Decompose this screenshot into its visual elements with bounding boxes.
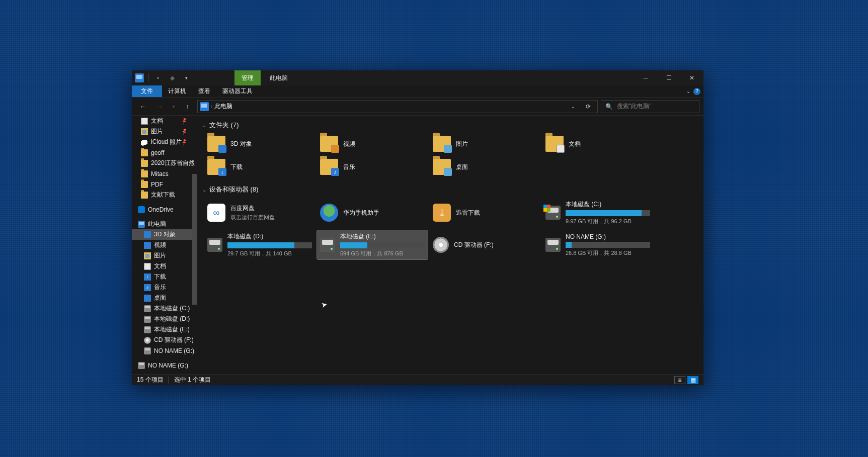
ribbon-expand-icon[interactable]: ⌄ [686, 88, 690, 94]
folder-icon [433, 159, 451, 175]
app-icon [135, 73, 144, 82]
drive-icon [207, 238, 222, 252]
view-details-button[interactable]: ≡ [674, 376, 685, 384]
sidebar-pc-item[interactable]: 3D 对象 [132, 229, 197, 240]
sidebar-quick-item[interactable]: 图片 [132, 126, 197, 137]
address-bar[interactable]: › 此电脑 ⌄ ⟳ [197, 100, 598, 113]
ribbon-tabs: 文件 计算机 查看 驱动器工具 ⌄ ? [132, 85, 703, 98]
sidebar-removable[interactable]: NO NAME (G:) [132, 360, 197, 371]
folder-icon [141, 149, 148, 156]
minimize-button[interactable]: ─ [634, 70, 657, 85]
recent-dropdown[interactable]: ▾ [170, 100, 177, 114]
folder-icon [141, 170, 148, 177]
context-tab-manage[interactable]: 管理 [234, 70, 261, 85]
sidebar-quick-item[interactable]: 2020江苏省自然 [132, 158, 197, 168]
storage-bar [566, 210, 650, 216]
help-icon[interactable]: ? [693, 88, 700, 95]
chevron-right-icon[interactable]: › [211, 104, 212, 109]
address-location[interactable]: 此电脑 [214, 102, 232, 111]
sidebar-pc-item[interactable]: 下载 [132, 271, 197, 282]
folder-item[interactable]: 桌面 [430, 157, 540, 177]
group-folders[interactable]: ⌄ 文件夹 (7) [200, 119, 703, 132]
doc-icon [144, 263, 151, 270]
sidebar-pc-item[interactable]: 图片 [132, 250, 197, 261]
back-button[interactable]: ← [136, 100, 150, 114]
sidebar-quick-item[interactable]: 文献下载 [132, 190, 197, 200]
storage-bar [340, 242, 425, 248]
qat-customize[interactable]: ▾ [181, 72, 192, 83]
pc-icon [138, 221, 145, 228]
sidebar-this-pc[interactable]: 此电脑 [132, 219, 197, 229]
drive-icon [144, 326, 151, 333]
desk-icon [144, 295, 151, 302]
sidebar-pc-item[interactable]: 本地磁盘 (E:) [132, 324, 197, 335]
3d-icon [144, 231, 151, 238]
sidebar-onedrive[interactable]: OneDrive [132, 204, 197, 215]
doc-badge-icon [557, 145, 565, 153]
folder-item[interactable]: 3D 对象 [204, 134, 315, 154]
sidebar-quick-item[interactable]: iCloud 照片 [132, 137, 197, 147]
vid-badge-icon [331, 145, 339, 153]
navigation-pane[interactable]: 文档图片iCloud 照片geoff2020江苏省自然MitacsPDF文献下载… [132, 116, 197, 374]
sidebar-pc-item[interactable]: 视频 [132, 240, 197, 250]
drive-icon [144, 347, 151, 354]
drive-item[interactable]: 本地磁盘 (E:)594 GB 可用，共 876 GB [317, 230, 428, 259]
status-item-count: 15 个项目 [137, 376, 164, 384]
sidebar-pc-item[interactable]: 桌面 [132, 293, 197, 303]
drive-item[interactable]: 本地磁盘 (D:)29.7 GB 可用，共 140 GB [204, 230, 315, 259]
drive-item[interactable]: NO NAME (G:)26.8 GB 可用，共 28.8 GB [542, 230, 653, 259]
folder-icon [207, 159, 225, 175]
app-item[interactable]: ∞ 百度网盘双击运行百度网盘 [204, 198, 315, 227]
tab-computer[interactable]: 计算机 [162, 85, 192, 97]
sidebar-pc-item[interactable]: 音乐 [132, 282, 197, 293]
folder-item[interactable]: 音乐 [317, 157, 428, 177]
pic-badge-icon [444, 145, 452, 153]
sidebar-pc-item[interactable]: NO NAME (G:) [132, 345, 197, 356]
sidebar-pc-item[interactable]: 本地磁盘 (D:) [132, 314, 197, 324]
refresh-button[interactable]: ⟳ [581, 100, 595, 114]
folder-icon [433, 136, 451, 152]
sidebar-scrollbar[interactable] [192, 174, 197, 305]
window-title: 此电脑 [261, 70, 297, 85]
sidebar-pc-item[interactable]: 文档 [132, 261, 197, 271]
folder-item[interactable]: 图片 [430, 134, 540, 154]
app-item[interactable]: 华为手机助手 [317, 198, 428, 227]
sidebar-quick-item[interactable]: Mitacs [132, 168, 197, 179]
app-item[interactable]: ⤓ 迅雷下载 [430, 198, 540, 227]
address-history-dropdown[interactable]: ⌄ [566, 100, 580, 114]
forward-button[interactable]: → [153, 100, 167, 114]
windows-logo-icon [543, 205, 550, 212]
sidebar-quick-item[interactable]: geoff [132, 147, 197, 158]
sidebar-pc-item[interactable]: CD 驱动器 (F:) [132, 335, 197, 345]
sidebar-quick-item[interactable]: PDF [132, 179, 197, 190]
tab-view[interactable]: 查看 [192, 85, 216, 97]
folder-icon [320, 136, 338, 152]
tab-file[interactable]: 文件 [132, 85, 162, 97]
sidebar-quick-item[interactable]: 文档 [132, 116, 197, 126]
folder-item[interactable]: 视频 [317, 134, 428, 154]
tab-drive-tools[interactable]: 驱动器工具 [216, 85, 259, 97]
folder-item[interactable]: 文档 [542, 134, 653, 154]
folder-icon [141, 160, 148, 167]
cd-drive-item[interactable]: CD 驱动器 (F:) [430, 230, 540, 259]
qat-properties[interactable]: ▫ [152, 72, 164, 83]
navigation-bar: ← → ▾ ↑ › 此电脑 ⌄ ⟳ 🔍 搜索"此电脑" [132, 98, 703, 116]
titlebar: ▫ ◆ ▾ 管理 此电脑 ─ ☐ ✕ [132, 70, 703, 85]
status-selection: 选中 1 个项目 [174, 376, 211, 384]
address-icon [200, 102, 209, 111]
app-icon: ⤓ [433, 204, 451, 222]
folder-item[interactable]: 下载 [204, 157, 315, 177]
close-button[interactable]: ✕ [680, 70, 703, 85]
maximize-button[interactable]: ☐ [657, 70, 680, 85]
up-button[interactable]: ↑ [180, 100, 194, 114]
items-view[interactable]: ⌄ 文件夹 (7) 3D 对象视频图片文档下载音乐桌面 ⌄ 设备和驱动器 (8)… [197, 116, 703, 374]
drive-item[interactable]: 本地磁盘 (C:)9.97 GB 可用，共 96.2 GB [542, 198, 653, 227]
doc-icon [141, 118, 148, 125]
qat-newfolder[interactable]: ◆ [167, 72, 178, 83]
explorer-window: ▫ ◆ ▾ 管理 此电脑 ─ ☐ ✕ 文件 计算机 查看 驱动器工具 ⌄ ? ←… [132, 70, 703, 385]
search-box[interactable]: 🔍 搜索"此电脑" [601, 100, 699, 113]
sidebar-pc-item[interactable]: 本地磁盘 (C:) [132, 303, 197, 314]
folder-icon [141, 192, 148, 199]
view-tiles-button[interactable]: ▦ [687, 376, 698, 384]
group-drives[interactable]: ⌄ 设备和驱动器 (8) [200, 183, 703, 196]
